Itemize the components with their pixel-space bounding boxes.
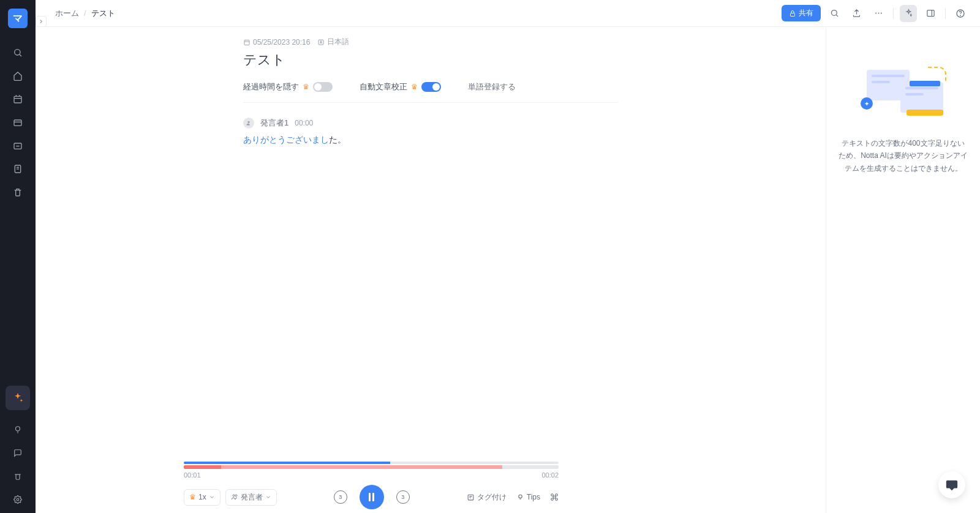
keyboard-shortcuts-button[interactable] <box>550 493 559 501</box>
notes-icon[interactable] <box>8 159 28 179</box>
transcript-text[interactable]: ありがとうございました。 <box>243 135 618 146</box>
feedback-icon[interactable] <box>8 443 28 463</box>
pause-icon <box>369 493 374 501</box>
waveform[interactable] <box>184 465 559 469</box>
ai-panel: ✦ テキストの文字数が400文字足りないため、Notta AIは要約やアクション… <box>826 27 980 513</box>
tag-button[interactable]: タグ付け <box>467 492 507 503</box>
chat-fab[interactable] <box>938 471 965 498</box>
svg-point-0 <box>15 50 20 55</box>
archive-icon[interactable] <box>8 136 28 155</box>
audio-player: 00:01 00:02 ♛ 1x 発言者 <box>71 458 671 513</box>
svg-rect-2 <box>14 96 21 103</box>
playback-speed-dropdown[interactable]: ♛ 1x <box>184 489 221 506</box>
svg-rect-17 <box>791 13 795 16</box>
breadcrumb: ホーム / テスト <box>55 8 115 19</box>
datetime-meta: 05/25/2023 20:16 <box>243 38 310 47</box>
tips-button[interactable]: Tips <box>516 493 540 501</box>
ai-panel-toggle[interactable] <box>900 5 917 22</box>
speaker-name[interactable]: 発言者1 <box>260 118 288 129</box>
register-words-option[interactable]: 単語登録する <box>468 81 516 92</box>
tag-label: タグ付け <box>477 492 507 503</box>
register-words-label: 単語登録する <box>468 81 516 92</box>
datetime-text: 05/25/2023 20:16 <box>253 38 310 47</box>
transcript-rest: た。 <box>329 135 346 144</box>
header-divider <box>945 8 946 19</box>
current-time: 00:01 <box>184 471 201 479</box>
content-scroll-area: 05/25/2023 20:16 日本語 テスト 経過時間を隠す ♛ 自動文章校… <box>36 27 826 513</box>
speaker-timestamp[interactable]: 00:00 <box>295 119 313 127</box>
svg-point-18 <box>831 10 837 16</box>
svg-rect-6 <box>14 120 21 125</box>
svg-rect-27 <box>244 40 249 45</box>
share-button-label: 共有 <box>799 8 813 18</box>
progress-bar[interactable] <box>184 462 559 464</box>
skip-back-button[interactable]: 3 <box>333 489 349 505</box>
folder-icon[interactable] <box>8 113 28 132</box>
svg-point-21 <box>878 13 879 14</box>
language-meta: 日本語 <box>317 37 349 47</box>
ai-sparkle-button[interactable] <box>6 386 30 410</box>
crown-icon: ♛ <box>303 83 309 91</box>
pause-button[interactable] <box>360 485 384 509</box>
calendar-small-icon <box>243 39 251 46</box>
search-icon[interactable] <box>8 43 28 62</box>
page-title[interactable]: テスト <box>243 51 618 69</box>
hide-elapsed-option: 経過時間を隠す ♛ <box>243 81 333 92</box>
crown-icon: ♛ <box>189 493 196 501</box>
language-icon <box>317 39 325 46</box>
speaker-icon <box>231 493 238 501</box>
help-button[interactable] <box>952 5 969 22</box>
svg-point-34 <box>519 495 522 498</box>
breadcrumb-current: テスト <box>91 8 115 19</box>
trash-secondary-icon[interactable] <box>8 466 28 486</box>
transcript-highlighted: ありがとうございまし <box>243 135 329 144</box>
header: ホーム / テスト 共有 <box>36 0 980 27</box>
speaker-filter-dropdown[interactable]: 発言者 <box>225 489 277 506</box>
progress-fill <box>184 462 390 464</box>
crown-icon: ♛ <box>411 83 418 91</box>
home-icon[interactable] <box>8 66 28 86</box>
tag-icon <box>467 493 475 501</box>
speaker-avatar <box>243 118 254 129</box>
svg-point-22 <box>880 13 881 14</box>
transcript-block[interactable]: 発言者1 00:00 ありがとうございました。 <box>243 118 618 146</box>
svg-point-20 <box>875 13 876 14</box>
svg-point-31 <box>233 495 235 496</box>
side-panel-button[interactable] <box>922 5 939 22</box>
share-button[interactable]: 共有 <box>782 5 821 21</box>
auto-proofread-label: 自動文章校正 <box>360 81 407 92</box>
header-divider <box>893 8 894 19</box>
chevron-down-icon <box>209 494 215 500</box>
export-button[interactable] <box>848 5 865 22</box>
more-options-button[interactable] <box>870 5 887 22</box>
speaker-filter-label: 発言者 <box>241 492 263 503</box>
chevron-down-icon <box>265 494 271 500</box>
svg-point-13 <box>16 427 20 431</box>
main-content: 05/25/2023 20:16 日本語 テスト 経過時間を隠す ♛ 自動文章校… <box>36 27 826 513</box>
calendar-icon[interactable] <box>8 89 28 109</box>
svg-point-26 <box>960 15 961 16</box>
svg-point-32 <box>235 495 237 496</box>
hide-elapsed-toggle[interactable] <box>313 82 333 92</box>
trash-icon[interactable] <box>8 182 28 202</box>
speaker-row: 発言者1 00:00 <box>243 118 618 129</box>
ai-insufficient-message: テキストの文字数が400文字足りないため、Notta AIは要約やアクションアイ… <box>839 137 968 174</box>
svg-point-30 <box>247 121 249 123</box>
breadcrumb-separator: / <box>84 9 86 18</box>
ai-illustration: ✦ <box>861 64 946 125</box>
app-logo[interactable]: マ <box>8 9 28 28</box>
settings-icon[interactable] <box>8 490 28 509</box>
svg-line-19 <box>836 15 838 17</box>
auto-proofread-toggle[interactable] <box>421 82 441 92</box>
svg-rect-23 <box>927 10 933 17</box>
breadcrumb-home[interactable]: ホーム <box>55 8 79 19</box>
header-search-button[interactable] <box>826 5 843 22</box>
svg-point-16 <box>17 498 19 501</box>
auto-proofread-option: 自動文章校正 ♛ <box>360 81 441 92</box>
sidebar: マ <box>0 0 36 513</box>
speed-value: 1x <box>198 493 206 501</box>
command-icon <box>550 493 559 501</box>
skip-forward-button[interactable]: 3 <box>395 489 411 505</box>
lightbulb-icon[interactable] <box>8 420 28 440</box>
meta-row: 05/25/2023 20:16 日本語 <box>243 37 618 47</box>
